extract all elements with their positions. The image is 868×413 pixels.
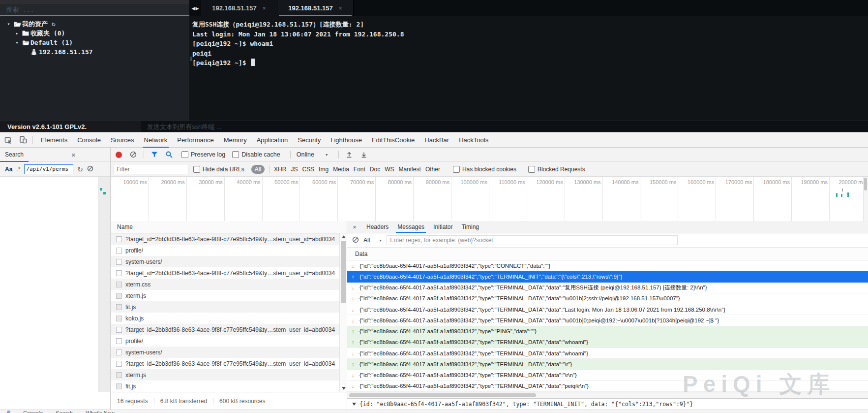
tab-scroll-left-icon[interactable]: ◀ xyxy=(192,6,195,11)
websocket-frame-row[interactable]: ↓{"id":"ec8b9aac-65f4-4017-aa5f-a1af8903… xyxy=(347,283,868,293)
chevron-down-icon[interactable]: ▾ xyxy=(13,40,21,45)
websocket-frame-row[interactable]: ↓{"id":"ec8b9aac-65f4-4017-aa5f-a1af8903… xyxy=(347,304,868,315)
checkbox-icon[interactable] xyxy=(181,151,188,158)
chevron-right-icon[interactable]: ▸ xyxy=(13,31,21,36)
disable-cache-checkbox[interactable]: Disable cache xyxy=(232,151,280,158)
filter-type-all[interactable]: All xyxy=(251,165,265,174)
request-row[interactable]: fit.js xyxy=(111,381,347,392)
tree-item-0[interactable]: ▸收藏夹 (0) xyxy=(0,29,189,38)
devtools-tab-network[interactable]: Network xyxy=(139,132,173,147)
close-detail-icon[interactable]: × xyxy=(347,223,362,231)
devtools-tab-memory[interactable]: Memory xyxy=(219,132,252,147)
has-blocked-cookies-checkbox[interactable]: Has blocked cookies xyxy=(453,166,516,173)
refresh-icon[interactable]: ↻ xyxy=(52,20,56,28)
filter-type-css[interactable]: CSS xyxy=(302,166,314,173)
request-row[interactable]: xterm.css xyxy=(111,279,347,290)
websocket-frame-row[interactable]: ↓{"id":"ec8b9aac-65f4-4017-aa5f-a1af8903… xyxy=(347,315,868,326)
search-query-input[interactable] xyxy=(24,164,73,174)
regex-button[interactable]: .* xyxy=(16,166,20,173)
websocket-frame-row[interactable]: ↓{"id":"ec8b9aac-65f4-4017-aa5f-a1af8903… xyxy=(347,293,868,304)
filter-type-font[interactable]: Font xyxy=(354,166,365,173)
websocket-frame-row[interactable]: ↑{"id":"ec8b9aac-65f4-4017-aa5f-a1af8903… xyxy=(347,337,868,348)
request-row[interactable]: ?target_id=2bb3df36-8e63-4ace-9f8f-c77e9… xyxy=(111,324,347,335)
hide-data-urls-checkbox[interactable]: Hide data URLs xyxy=(193,166,244,173)
tree-item-[interactable]: ▾我的资产↻ xyxy=(0,19,189,29)
splitter-grip[interactable]: ‖ xyxy=(190,55,192,63)
tab-close-icon[interactable]: × xyxy=(263,5,266,12)
websocket-frame-row[interactable]: ↑{"id":"ec8b9aac-65f4-4017-aa5f-a1af8903… xyxy=(347,326,868,337)
chevron-down-icon[interactable]: ▾ xyxy=(5,21,12,27)
device-toolbar-icon[interactable] xyxy=(17,133,30,146)
drawer-tab-console[interactable]: Console xyxy=(23,410,43,413)
request-row[interactable]: xterm.js xyxy=(111,369,347,381)
asset-search-input[interactable] xyxy=(0,6,189,13)
devtools-tab-elements[interactable]: Elements xyxy=(36,132,72,147)
overview-scrollbar[interactable] xyxy=(863,177,868,221)
devtools-tab-console[interactable]: Console xyxy=(72,132,106,147)
filter-type-manifest[interactable]: Manifest xyxy=(399,166,421,173)
checkbox-icon[interactable] xyxy=(193,166,200,173)
filter-type-img[interactable]: Img xyxy=(319,166,329,173)
tree-item-192.168.51.157[interactable]: 192.168.51.157 xyxy=(0,47,189,57)
detail-tab-headers[interactable]: Headers xyxy=(362,221,393,233)
terminal-tab[interactable]: 192.168.51.157× xyxy=(277,0,354,16)
terminal-tab[interactable]: 192.168.51.157× xyxy=(201,0,277,16)
tab-close-icon[interactable]: × xyxy=(339,5,342,12)
tree-item-Default1[interactable]: ▾Default (1) xyxy=(0,38,189,47)
filter-type-xhr[interactable]: XHR xyxy=(274,166,286,173)
clear-icon[interactable] xyxy=(129,151,137,159)
filter-type-ws[interactable]: WS xyxy=(385,166,394,173)
request-row[interactable]: fit.js xyxy=(111,301,347,313)
checkbox-icon[interactable] xyxy=(232,151,239,158)
frames-hscrollbar[interactable] xyxy=(347,392,868,398)
data-column-header[interactable]: Data xyxy=(347,248,868,260)
websocket-frame-row[interactable]: ↓{"id":"ec8b9aac-65f4-4017-aa5f-a1af8903… xyxy=(347,370,868,381)
frame-type-dropdown[interactable]: All ▼ xyxy=(363,237,382,244)
detail-tab-initiator[interactable]: Initiator xyxy=(429,221,457,233)
expand-triangle-icon[interactable] xyxy=(352,403,356,406)
scroll-down-icon[interactable] xyxy=(342,387,346,390)
request-row[interactable]: ?target_id=2bb3df36-8e63-4ace-9f8f-c77e9… xyxy=(111,233,347,245)
frame-preview-row[interactable]: {id: "ec8b9aac-65f4-4017-aa5f-a1af8903f3… xyxy=(347,398,868,410)
frame-regex-input[interactable] xyxy=(387,235,678,245)
export-har-icon[interactable] xyxy=(360,151,368,159)
request-row[interactable]: koko.js xyxy=(111,313,347,324)
blocked-requests-checkbox[interactable]: Blocked Requests xyxy=(528,166,585,173)
filter-type-js[interactable]: JS xyxy=(291,166,298,173)
detail-tab-messages[interactable]: Messages xyxy=(393,221,429,233)
search-icon[interactable] xyxy=(165,151,173,159)
clear-frames-icon[interactable] xyxy=(352,236,359,245)
filter-type-media[interactable]: Media xyxy=(333,166,349,173)
checkbox-icon[interactable] xyxy=(528,166,535,173)
tab-scroll-right-icon[interactable]: ▶ xyxy=(196,6,199,11)
tab-scroll-arrows[interactable]: ◀▶ xyxy=(189,0,201,16)
broadcast-input[interactable] xyxy=(141,123,868,130)
name-column-header[interactable]: Name xyxy=(111,221,347,233)
scrollbar-thumb[interactable] xyxy=(341,241,346,303)
devtools-tab-lighthouse[interactable]: Lighthouse xyxy=(326,132,367,147)
drawer-tab-whatsnew[interactable]: What's New xyxy=(86,410,114,413)
request-row[interactable]: ?target_id=2bb3df36-8e63-4ace-9f8f-c77e9… xyxy=(111,358,347,369)
request-row[interactable]: system-users/ xyxy=(111,256,347,267)
request-row[interactable]: xterm.js xyxy=(111,290,347,301)
devtools-tab-hacktools[interactable]: HackTools xyxy=(454,132,493,147)
timeline-overview[interactable]: 10000 ms20000 ms30000 ms40000 ms50000 ms… xyxy=(111,177,868,221)
drawer-tab-search[interactable]: Search xyxy=(56,410,73,413)
websocket-frame-row[interactable]: ↓{"id":"ec8b9aac-65f4-4017-aa5f-a1af8903… xyxy=(347,381,868,392)
devtools-tab-performance[interactable]: Performance xyxy=(172,132,218,147)
websocket-frame-row[interactable]: ↓{"id":"ec8b9aac-65f4-4017-aa5f-a1af8903… xyxy=(347,260,868,271)
devtools-tab-sources[interactable]: Sources xyxy=(106,132,139,147)
devtools-tab-security[interactable]: Security xyxy=(293,132,326,147)
preserve-log-checkbox[interactable]: Preserve log xyxy=(181,151,225,158)
clear-search-icon[interactable] xyxy=(87,165,93,173)
filter-type-other[interactable]: Other xyxy=(425,166,440,173)
import-har-icon[interactable] xyxy=(345,151,353,159)
match-case-button[interactable]: Aa xyxy=(5,166,12,173)
search-scrollbar-gutter[interactable] xyxy=(98,177,110,392)
request-row[interactable]: profile/ xyxy=(111,335,347,347)
inspect-element-icon[interactable] xyxy=(2,133,15,146)
detail-tab-timing[interactable]: Timing xyxy=(457,221,483,233)
devtools-tab-hackbar[interactable]: HackBar xyxy=(419,132,454,147)
throttling-dropdown[interactable]: Online ▼ xyxy=(297,151,329,158)
checkbox-icon[interactable] xyxy=(453,166,460,173)
